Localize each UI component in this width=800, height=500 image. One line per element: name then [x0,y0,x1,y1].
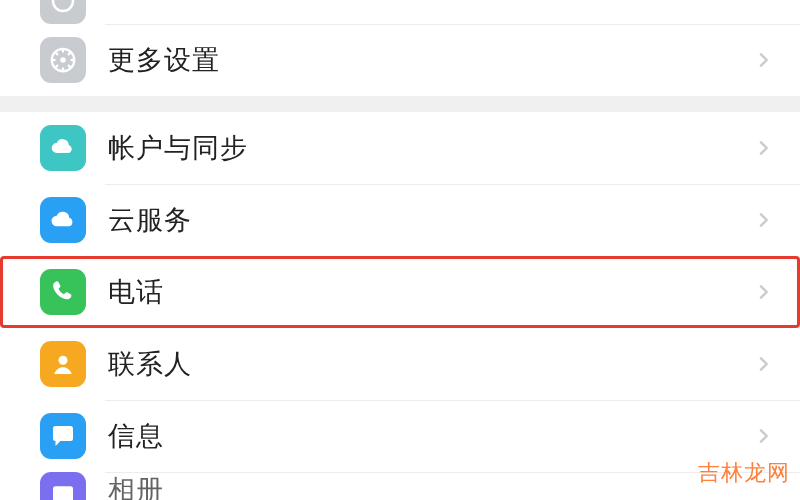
settings-row-cloud-service[interactable]: 云服务 [0,184,800,256]
chevron-right-icon [752,353,774,375]
settings-row-gallery[interactable]: 相册 [0,472,800,488]
settings-row-account-sync[interactable]: 帐户与同步 [0,112,800,184]
svg-line-10 [68,53,71,56]
chevron-right-icon [752,425,774,447]
settings-screen: 更多设置 帐户与同步 云服务 电话 [0,0,800,500]
svg-rect-11 [61,149,63,152]
settings-row-contacts[interactable]: 联系人 [0,328,800,400]
unknown-icon-clipped [40,0,86,24]
settings-row-label: 相册 [108,472,774,500]
svg-point-0 [53,0,73,11]
settings-row-label: 电话 [108,274,752,310]
svg-line-7 [56,53,59,56]
gallery-icon [40,472,86,500]
svg-rect-12 [64,149,66,152]
settings-row-messages[interactable]: 信息 [0,400,800,472]
settings-row-more[interactable]: 更多设置 [0,24,800,96]
svg-point-2 [60,57,66,63]
contacts-icon [40,341,86,387]
settings-row-label: 云服务 [108,202,752,238]
settings-row-clipped-top[interactable] [0,0,800,24]
cloud-sync-icon [40,125,86,171]
settings-row-label: 联系人 [108,346,752,382]
chevron-right-icon [752,281,774,303]
chevron-right-icon [752,49,774,71]
settings-row-label: 更多设置 [108,42,752,78]
phone-icon [40,269,86,315]
chevron-right-icon [752,137,774,159]
messages-icon [40,413,86,459]
settings-gear-icon [40,37,86,83]
settings-row-label: 帐户与同步 [108,130,752,166]
settings-row-phone[interactable]: 电话 [0,256,800,328]
section-gap [0,96,800,112]
svg-point-13 [59,356,68,365]
svg-rect-14 [53,486,73,500]
cloud-icon [40,197,86,243]
svg-line-8 [68,65,71,68]
chevron-right-icon [752,209,774,231]
settings-row-label: 信息 [108,418,752,454]
svg-line-9 [56,65,59,68]
